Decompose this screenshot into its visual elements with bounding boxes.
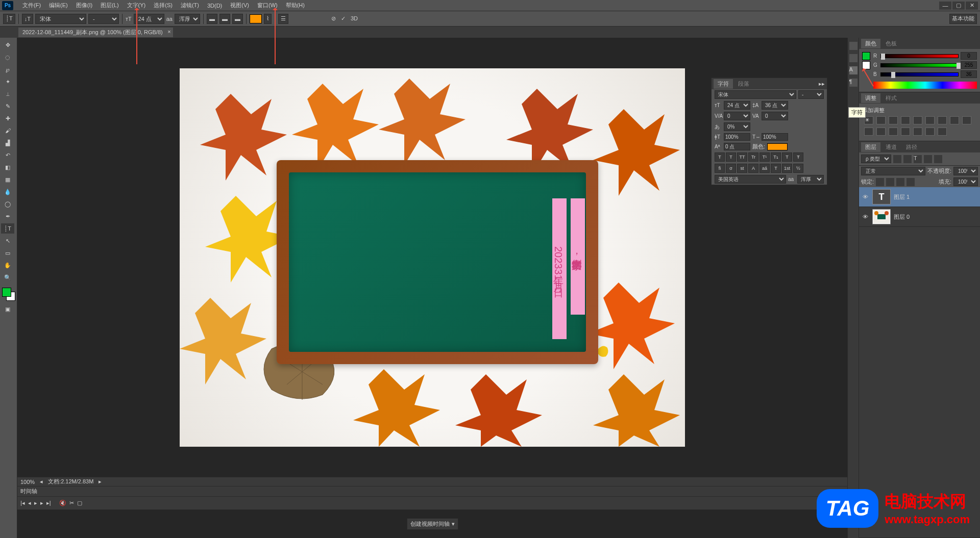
quickmask-tool[interactable]: ▣ xyxy=(1,304,14,314)
fill-input[interactable]: 100% xyxy=(953,177,978,186)
lock-all-icon[interactable] xyxy=(906,178,915,186)
ordinals-btn[interactable]: 1st xyxy=(782,164,792,173)
contextual-btn[interactable]: σ xyxy=(726,164,736,173)
create-video-timeline-button[interactable]: 创建视频时间轴▾ xyxy=(407,518,458,530)
threshold-adj-icon[interactable] xyxy=(913,127,922,136)
color-spectrum[interactable] xyxy=(873,82,977,89)
timeline-audio[interactable]: 🔇 xyxy=(59,500,66,506)
paragraph-tab[interactable]: 段落 xyxy=(734,79,753,89)
text-orientation-toggle[interactable]: ┊T xyxy=(3,14,15,24)
char-aa-select[interactable]: 浑厚 xyxy=(797,175,824,184)
marquee-tool[interactable]: ◌ xyxy=(1,52,14,62)
swatches-tab[interactable]: 色板 xyxy=(881,39,901,48)
warp-text-button[interactable]: ⌇ xyxy=(264,14,272,24)
menu-select[interactable]: 选择(S) xyxy=(150,1,177,10)
text-direction-toggle[interactable]: ↓T xyxy=(22,14,33,24)
selectivecolor-adj-icon[interactable] xyxy=(938,127,947,136)
allcaps-btn[interactable]: TT xyxy=(737,152,747,162)
curves-adj-icon[interactable] xyxy=(889,116,898,124)
char-kerning-input[interactable]: 0 xyxy=(724,112,750,120)
lock-transparent-icon[interactable] xyxy=(876,178,884,186)
filter-type-icon[interactable]: T xyxy=(914,155,922,163)
char-color-swatch[interactable] xyxy=(767,143,788,150)
minimize-button[interactable]: — xyxy=(939,2,951,10)
collapse-icon[interactable]: ▸▸ xyxy=(819,81,825,87)
layer-thumbnail[interactable]: T xyxy=(872,189,891,204)
g-value[interactable] xyxy=(961,61,977,69)
filter-pixel-icon[interactable] xyxy=(893,155,901,163)
fg-swatch[interactable] xyxy=(862,52,870,60)
char-baseline-input[interactable] xyxy=(724,143,750,150)
menu-file[interactable]: 文件(F) xyxy=(18,1,45,10)
timeline-last-frame[interactable]: ▸| xyxy=(46,500,51,506)
photofilter-adj-icon[interactable] xyxy=(962,116,971,124)
stylistic-btn[interactable]: aá xyxy=(760,164,770,173)
vibrance-adj-icon[interactable] xyxy=(913,116,922,124)
antialias-select[interactable]: 浑厚 xyxy=(175,14,200,24)
char-leading-input[interactable]: 36 点 xyxy=(762,101,788,110)
font-family-select[interactable]: 宋体 xyxy=(35,14,86,24)
styles-tab[interactable]: 样式 xyxy=(881,93,901,103)
healing-brush-tool[interactable]: ✚ xyxy=(1,113,14,123)
char-tsume-input[interactable]: 0% xyxy=(724,122,750,131)
dodge-tool[interactable]: ◯ xyxy=(1,199,14,209)
align-top-button[interactable]: ▬ xyxy=(207,14,217,24)
dock-character-icon[interactable]: A xyxy=(849,66,857,74)
filter-smart-icon[interactable] xyxy=(934,155,942,163)
paths-tab[interactable]: 路径 xyxy=(902,142,921,152)
superscript-btn[interactable]: T¹ xyxy=(760,152,770,162)
lasso-tool[interactable]: ℘ xyxy=(1,64,14,74)
align-middle-button[interactable]: ▬ xyxy=(219,14,230,24)
discretionary-btn[interactable]: st xyxy=(737,164,747,173)
font-size-select[interactable]: 24 点 xyxy=(134,14,164,24)
layer-name[interactable]: 图层 0 xyxy=(894,213,910,221)
menu-edit[interactable]: 编辑(E) xyxy=(45,1,72,10)
layer-filter-select[interactable]: ρ 类型 xyxy=(861,155,891,163)
gradientmap-adj-icon[interactable] xyxy=(925,127,935,136)
character-tab[interactable]: 字符 xyxy=(714,79,733,89)
dock-history-icon[interactable] xyxy=(849,42,857,50)
document-tab[interactable]: 2022-12-08_111449_副本.png @ 100% (图层 0, R… xyxy=(18,28,173,37)
filter-shape-icon[interactable] xyxy=(924,155,932,163)
char-panel-button[interactable]: ☰ xyxy=(278,14,288,24)
colorlookup-adj-icon[interactable] xyxy=(876,127,886,136)
lock-pixels-icon[interactable] xyxy=(886,178,894,186)
move-tool[interactable]: ✥ xyxy=(1,40,14,50)
menu-image[interactable]: 图像(I) xyxy=(72,1,96,10)
path-selection-tool[interactable]: ↖ xyxy=(1,236,14,246)
r-value[interactable] xyxy=(961,52,977,60)
menu-help[interactable]: 帮助(H) xyxy=(282,1,309,10)
close-tab-icon[interactable]: × xyxy=(167,29,170,35)
eyedropper-tool[interactable]: ✎ xyxy=(1,101,14,111)
swash-btn[interactable]: A xyxy=(748,164,758,173)
timeline-prev-frame[interactable]: ◂ xyxy=(28,500,31,506)
timeline-split[interactable]: ✂ xyxy=(69,500,74,506)
magic-wand-tool[interactable]: ✦ xyxy=(1,76,14,87)
color-tab[interactable]: 颜色 xyxy=(861,39,880,48)
cancel-icon[interactable]: ⊘ xyxy=(331,15,336,22)
zoom-tool[interactable]: 🔍 xyxy=(1,272,14,283)
g-slider[interactable] xyxy=(880,63,959,67)
ligatures-btn[interactable]: fi xyxy=(715,164,725,173)
char-font-select[interactable]: 宋体 xyxy=(715,90,796,99)
timeline-next-frame[interactable]: ▸ xyxy=(40,500,43,506)
smallcaps-btn[interactable]: Tr xyxy=(748,152,758,162)
char-vscale-input[interactable] xyxy=(724,133,750,141)
lock-position-icon[interactable] xyxy=(896,178,904,186)
brush-tool[interactable]: 🖌 xyxy=(1,125,14,136)
menu-filter[interactable]: 滤镜(T) xyxy=(177,1,203,10)
opacity-input[interactable]: 100% xyxy=(953,167,978,175)
3d-button[interactable]: 3D xyxy=(351,15,358,22)
r-slider[interactable] xyxy=(880,54,959,58)
font-style-select[interactable]: - xyxy=(88,14,119,24)
zoom-level[interactable]: 100% xyxy=(20,479,35,485)
hand-tool[interactable]: ✋ xyxy=(1,260,14,270)
faux-italic-btn[interactable]: T xyxy=(726,152,736,162)
timeline-play[interactable]: ▸ xyxy=(34,500,37,506)
colorbalance-adj-icon[interactable] xyxy=(938,116,947,124)
type-tool[interactable]: ┊T xyxy=(1,223,14,234)
timeline-first-frame[interactable]: |◂ xyxy=(20,500,25,506)
history-brush-tool[interactable]: ↶ xyxy=(1,150,14,160)
vertical-text-box-2[interactable]: 2023年3月1日。 xyxy=(552,198,567,339)
timeline-panel-header[interactable]: 时间轴 xyxy=(17,486,847,496)
